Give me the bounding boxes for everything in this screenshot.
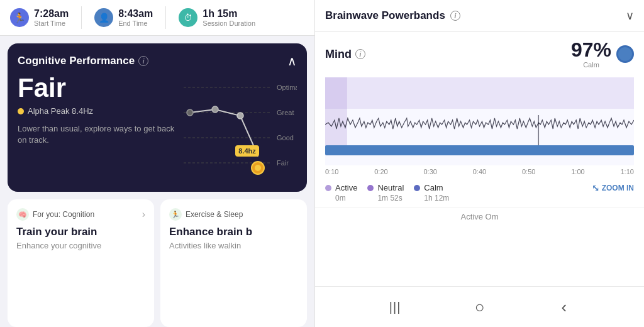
time-label-0: 0:10: [325, 168, 338, 175]
duration-stat: ⏱ 1h 15m Session Duration: [179, 8, 255, 27]
cog-score: Fair: [18, 75, 176, 101]
mind-info-icon[interactable]: i: [355, 49, 365, 59]
legend-neutral: Neutral 1m 52s: [367, 183, 404, 202]
svg-point-9: [212, 106, 218, 113]
mind-calm: Calm: [571, 61, 611, 69]
legend-name-calm: Calm: [424, 183, 443, 192]
zoom-in-button[interactable]: ⤡ ZOOM IN: [592, 183, 634, 193]
svg-rect-17: [325, 77, 634, 109]
time-label-2: 0:30: [424, 168, 437, 175]
time-label-6: 1:10: [621, 168, 634, 175]
legend-name-active: Active: [335, 183, 357, 192]
bottom-nav: ||| ○ ‹: [315, 286, 644, 327]
svg-text:8.4hz: 8.4hz: [238, 147, 256, 155]
rec-card-exercise-header: 🏃 Exercise & Sleep: [169, 208, 298, 221]
brainwave-info-icon[interactable]: i: [450, 11, 460, 21]
mind-section: Mind i 97% Calm: [315, 32, 644, 77]
mind-percent: 97%: [571, 40, 611, 60]
legend-active: Active 0m: [325, 183, 357, 202]
cognition-tag-icon: 🧠: [16, 208, 29, 221]
divider-1: [81, 6, 82, 29]
brainwave-title: Brainwave Powerbands i: [325, 9, 460, 22]
cog-collapse-button[interactable]: ∧: [287, 53, 297, 69]
nav-home-button[interactable]: ○: [467, 294, 492, 319]
cog-description: Lower than usual, explore ways to get ba…: [18, 123, 176, 146]
cog-svg-chart: Optimal Great Good Fair 8.4hz: [184, 75, 297, 182]
cognitive-performance-card: Cognitive Performance i ∧ Fair Alpha Pea…: [8, 43, 307, 192]
svg-point-8: [187, 109, 193, 116]
eeg-chart-container: [325, 77, 634, 165]
legend-time-neutral: 1m 52s: [377, 194, 404, 202]
legend-dot-active: [325, 185, 331, 191]
divider-2: [165, 6, 166, 29]
rec-tag-exercise: 🏃 Exercise & Sleep: [169, 208, 243, 221]
legend-dot-neutral: [367, 185, 374, 191]
right-panel: Brainwave Powerbands i ∨ Mind i 97% Calm: [314, 0, 644, 327]
rec-desc-cognition: Enhance your cognitive: [16, 241, 145, 250]
svg-text:Good: Good: [277, 134, 294, 141]
time-label-5: 1:00: [571, 168, 584, 175]
stats-bar: 🏃 7:28am Start Time 👤 8:43am End Time ⏱ …: [0, 0, 314, 36]
svg-point-14: [255, 165, 261, 171]
svg-text:Fair: Fair: [277, 159, 289, 167]
legend-dot-calm: [414, 185, 420, 191]
time-labels: 0:10 0:20 0:30 0:40 0:50 1:00 1:10: [315, 165, 644, 178]
recommendation-cards: 🧠 For you: Cognition › Train your brain …: [8, 199, 307, 327]
svg-point-10: [237, 113, 243, 119]
rec-card-cognition[interactable]: 🧠 For you: Cognition › Train your brain …: [8, 199, 154, 327]
active-om-label: Active Om: [461, 212, 499, 221]
cog-chart-area: Optimal Great Good Fair 8.4hz: [184, 75, 297, 182]
active-om-section: Active Om: [315, 208, 644, 225]
brainwave-collapse-icon[interactable]: ∨: [626, 9, 634, 23]
legend-section: Active 0m Neutral 1m 52s Calm 1h 12m ⤡: [315, 178, 644, 208]
mind-stat: 97% Calm: [571, 40, 634, 69]
start-time-label: Start Time: [34, 19, 69, 27]
rec-card-cognition-header: 🧠 For you: Cognition ›: [16, 208, 145, 221]
end-time-icon: 👤: [94, 8, 113, 27]
cog-card-title: Cognitive Performance i: [18, 55, 148, 67]
legend-calm: Calm 1h 12m: [414, 183, 449, 202]
alpha-dot: [18, 108, 24, 114]
start-time-value: 7:28am: [34, 8, 69, 19]
exercise-tag-icon: 🏃: [169, 208, 182, 221]
svg-rect-18: [325, 145, 634, 155]
menu-icon: |||: [389, 300, 401, 314]
start-time-stat: 🏃 7:28am Start Time: [10, 8, 69, 27]
brainwave-header: Brainwave Powerbands i ∨: [315, 0, 644, 32]
time-label-3: 0:40: [473, 168, 486, 175]
time-label-1: 0:20: [374, 168, 387, 175]
duration-icon: ⏱: [179, 8, 197, 27]
alpha-peak-row: Alpha Peak 8.4Hz: [18, 106, 176, 116]
cog-info-icon[interactable]: i: [138, 56, 148, 66]
cog-card-header: Cognitive Performance i ∧: [18, 53, 297, 69]
rec-arrow-cognition[interactable]: ›: [142, 209, 145, 220]
time-label-4: 0:50: [522, 168, 535, 175]
cog-card-body: Fair Alpha Peak 8.4Hz Lower than usual, …: [18, 75, 297, 182]
zoom-icon: ⤡: [592, 183, 599, 193]
start-time-icon: 🏃: [10, 8, 29, 27]
legend-items: Active 0m Neutral 1m 52s Calm 1h 12m: [325, 183, 449, 202]
mind-circle-icon: [616, 45, 634, 63]
rec-card-exercise[interactable]: 🏃 Exercise & Sleep Enhance brain b Activ…: [160, 199, 307, 327]
legend-time-active: 0m: [335, 194, 357, 202]
legend-name-neutral: Neutral: [377, 183, 404, 192]
nav-menu-button[interactable]: |||: [382, 294, 408, 319]
nav-back-button[interactable]: ‹: [552, 294, 577, 319]
rec-title-exercise: Enhance brain b: [169, 226, 298, 238]
left-panel: 🏃 7:28am Start Time 👤 8:43am End Time ⏱ …: [0, 0, 314, 327]
rec-desc-exercise: Activities like walkin: [169, 241, 298, 250]
duration-label: Session Duration: [203, 19, 255, 27]
end-time-stat: 👤 8:43am End Time: [94, 8, 153, 27]
home-icon: ○: [475, 297, 485, 317]
eeg-svg: [325, 77, 634, 165]
back-icon: ‹: [561, 297, 567, 317]
cog-left-content: Fair Alpha Peak 8.4Hz Lower than usual, …: [18, 75, 176, 182]
rec-tag-cognition: 🧠 For you: Cognition: [16, 208, 94, 221]
rec-title-cognition: Train your brain: [16, 226, 145, 238]
duration-value: 1h 15m: [203, 8, 255, 19]
end-time-value: 8:43am: [118, 8, 153, 19]
legend-time-calm: 1h 12m: [424, 194, 449, 202]
mind-label: Mind i: [325, 48, 365, 61]
svg-text:Great: Great: [277, 109, 294, 116]
alpha-peak-text: Alpha Peak 8.4Hz: [28, 106, 93, 116]
